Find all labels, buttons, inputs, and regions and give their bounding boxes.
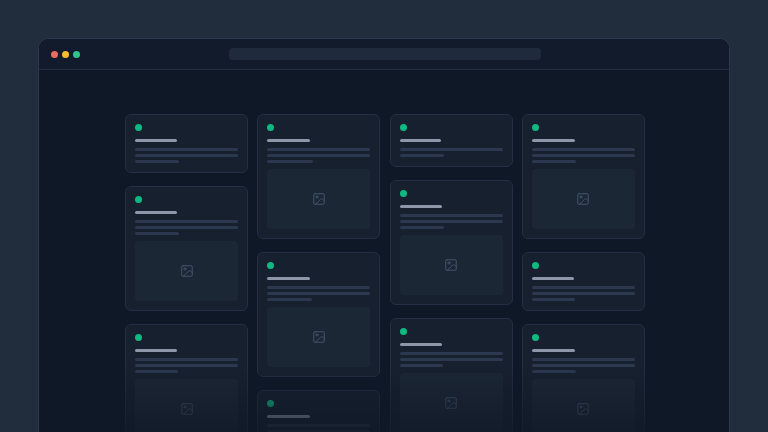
title-skeleton bbox=[135, 211, 177, 214]
image-placeholder bbox=[267, 307, 370, 367]
text-line-skeleton bbox=[267, 286, 370, 289]
text-line-skeleton bbox=[135, 358, 238, 361]
status-dot bbox=[532, 334, 539, 341]
title-skeleton bbox=[400, 343, 442, 346]
feed-card-text[interactable] bbox=[522, 252, 645, 311]
title-skeleton bbox=[267, 277, 309, 280]
title-skeleton bbox=[135, 139, 177, 142]
status-dot bbox=[267, 400, 274, 407]
feed-card-media[interactable] bbox=[390, 318, 513, 432]
title-skeleton bbox=[400, 139, 441, 142]
text-line-skeleton bbox=[532, 358, 635, 361]
masonry-column-2 bbox=[257, 114, 380, 432]
title-skeleton bbox=[267, 139, 309, 142]
feed-card-text[interactable] bbox=[125, 114, 248, 173]
text-line-skeleton bbox=[135, 226, 238, 229]
title-skeleton bbox=[267, 415, 309, 418]
zoom-button[interactable] bbox=[73, 51, 80, 58]
card-grid bbox=[125, 114, 645, 432]
image-icon bbox=[444, 396, 458, 410]
status-dot bbox=[135, 334, 142, 341]
status-dot bbox=[400, 124, 407, 131]
text-line-skeleton bbox=[400, 364, 443, 367]
text-line-skeleton bbox=[135, 364, 238, 367]
text-line-skeleton bbox=[267, 148, 370, 151]
feed-card-text[interactable] bbox=[390, 114, 513, 167]
feed-card-media[interactable] bbox=[390, 180, 513, 305]
image-placeholder bbox=[532, 379, 635, 432]
status-dot bbox=[135, 196, 142, 203]
text-line-skeleton bbox=[400, 220, 503, 223]
masonry-column-1 bbox=[125, 114, 248, 432]
image-placeholder bbox=[135, 379, 238, 432]
browser-window bbox=[38, 38, 730, 432]
page-content bbox=[39, 70, 729, 432]
text-line-skeleton bbox=[400, 352, 503, 355]
text-line-skeleton bbox=[400, 148, 503, 151]
title-skeleton bbox=[532, 349, 575, 352]
text-line-skeleton bbox=[400, 214, 503, 217]
text-line-skeleton bbox=[532, 292, 635, 295]
text-line-skeleton bbox=[267, 154, 370, 157]
text-line-skeleton bbox=[532, 148, 635, 151]
image-placeholder bbox=[267, 169, 370, 229]
text-line-skeleton bbox=[267, 292, 370, 295]
title-skeleton bbox=[532, 277, 574, 280]
text-line-skeleton bbox=[267, 160, 312, 163]
text-line-skeleton bbox=[400, 154, 444, 157]
status-dot bbox=[400, 328, 407, 335]
image-placeholder bbox=[532, 169, 635, 229]
image-icon bbox=[576, 402, 590, 416]
text-line-skeleton bbox=[135, 232, 179, 235]
title-skeleton bbox=[400, 205, 442, 208]
address-bar[interactable] bbox=[229, 48, 541, 60]
feed-card-media[interactable] bbox=[125, 324, 248, 432]
title-skeleton bbox=[532, 139, 575, 142]
text-line-skeleton bbox=[400, 358, 503, 361]
status-dot bbox=[532, 262, 539, 269]
masonry-column-3 bbox=[390, 114, 513, 432]
feed-card-media[interactable] bbox=[257, 390, 380, 432]
image-icon bbox=[180, 402, 194, 416]
minimize-button[interactable] bbox=[62, 51, 69, 58]
masonry-column-4 bbox=[522, 114, 645, 432]
text-line-skeleton bbox=[532, 286, 635, 289]
close-button[interactable] bbox=[51, 51, 58, 58]
status-dot bbox=[400, 190, 407, 197]
image-placeholder bbox=[135, 241, 238, 301]
browser-titlebar bbox=[39, 39, 729, 70]
feed-card-media[interactable] bbox=[522, 324, 645, 432]
feed-card-media[interactable] bbox=[522, 114, 645, 239]
text-line-skeleton bbox=[135, 154, 238, 157]
text-line-skeleton bbox=[267, 424, 370, 427]
feed-card-media[interactable] bbox=[257, 114, 380, 239]
text-line-skeleton bbox=[400, 226, 444, 229]
image-icon bbox=[444, 258, 458, 272]
text-line-skeleton bbox=[135, 370, 178, 373]
image-placeholder bbox=[400, 373, 503, 432]
desktop-background bbox=[0, 0, 768, 432]
text-line-skeleton bbox=[532, 370, 576, 373]
text-line-skeleton bbox=[532, 298, 575, 301]
text-line-skeleton bbox=[532, 154, 635, 157]
text-line-skeleton bbox=[532, 364, 635, 367]
image-placeholder bbox=[400, 235, 503, 295]
text-line-skeleton bbox=[135, 148, 238, 151]
image-icon bbox=[312, 330, 326, 344]
image-icon bbox=[180, 264, 194, 278]
image-icon bbox=[312, 192, 326, 206]
text-line-skeleton bbox=[135, 160, 179, 163]
status-dot bbox=[532, 124, 539, 131]
status-dot bbox=[135, 124, 142, 131]
title-skeleton bbox=[135, 349, 177, 352]
text-line-skeleton bbox=[267, 298, 311, 301]
text-line-skeleton bbox=[135, 220, 238, 223]
status-dot bbox=[267, 262, 274, 269]
feed-card-media[interactable] bbox=[125, 186, 248, 311]
status-dot bbox=[267, 124, 274, 131]
traffic-lights bbox=[51, 51, 80, 58]
text-line-skeleton bbox=[532, 160, 576, 163]
image-icon bbox=[576, 192, 590, 206]
feed-card-media[interactable] bbox=[257, 252, 380, 377]
